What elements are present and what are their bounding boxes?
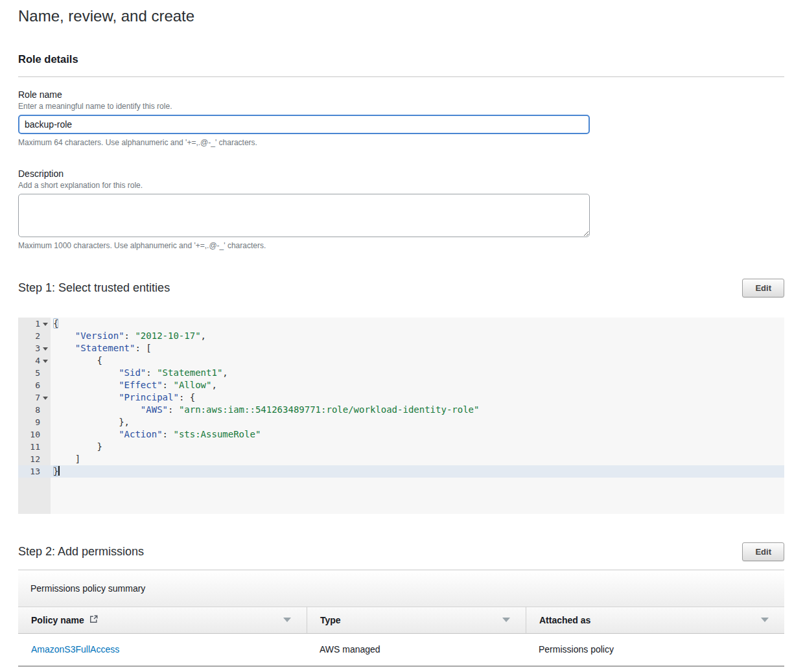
code-line[interactable]: "Sid": "Statement1", (51, 367, 784, 379)
table-row: AmazonS3FullAccess AWS managed Permissio… (18, 634, 784, 667)
description-hint: Add a short explanation for this role. (18, 181, 784, 190)
step1-header: Step 1: Select trusted entities Edit (18, 279, 784, 297)
fold-arrow-icon[interactable] (43, 347, 48, 351)
fold-arrow-icon[interactable] (43, 360, 48, 363)
step1-heading: Step 1: Select trusted entities (18, 281, 170, 295)
gutter-line: 1 (18, 318, 51, 330)
permissions-panel-title: Permissions policy summary (18, 570, 784, 607)
role-name-input[interactable] (18, 115, 590, 134)
column-header-attached-as[interactable]: Attached as (526, 607, 784, 633)
gutter-line: 5 (18, 367, 51, 379)
code-line[interactable]: { (51, 354, 784, 367)
role-name-hint: Enter a meaningful name to identify this… (18, 102, 784, 111)
gutter-line: 13 (18, 465, 51, 478)
role-name-label: Role name (18, 89, 784, 100)
code-line[interactable]: } (51, 441, 784, 453)
gutter-line: 2 (18, 330, 51, 342)
type-sort-icon[interactable] (502, 618, 510, 622)
gutter-line: 11 (18, 441, 51, 453)
editor-code-area[interactable]: { "Version": "2012-10-17", "Statement": … (51, 318, 784, 514)
code-line[interactable]: "Statement": [ (51, 342, 784, 354)
code-line[interactable]: } (51, 465, 784, 478)
column-header-policy-name[interactable]: Policy name (18, 607, 307, 633)
description-textarea[interactable] (18, 194, 590, 237)
code-line[interactable]: "AWS": "arn:aws:iam::541263489771:role/w… (51, 404, 784, 416)
role-details-heading: Role details (18, 53, 784, 65)
code-line[interactable]: { (51, 318, 784, 330)
attached-as-cell: Permissions policy (526, 644, 784, 655)
description-field: Description Add a short explanation for … (18, 168, 784, 250)
attached-as-sort-icon[interactable] (761, 618, 769, 622)
trust-policy-editor[interactable]: 12345678910111213 { "Version": "2012-10-… (18, 318, 784, 514)
role-name-constraint: Maximum 64 characters. Use alphanumeric … (18, 138, 784, 147)
page-title: Name, review, and create (18, 7, 784, 25)
gutter-line: 9 (18, 416, 51, 428)
description-label: Description (18, 168, 784, 179)
column-header-type[interactable]: Type (307, 607, 526, 633)
section-divider (18, 76, 784, 77)
editor-gutter: 12345678910111213 (18, 318, 51, 514)
edit-trusted-entities-button[interactable]: Edit (742, 279, 784, 297)
permissions-summary-panel: Permissions policy summary Policy name T… (18, 570, 784, 667)
gutter-line: 6 (18, 379, 51, 391)
gutter-line: 12 (18, 453, 51, 465)
code-line[interactable]: "Action": "sts:AssumeRole" (51, 428, 784, 441)
gutter-line: 3 (18, 342, 51, 354)
policy-name-sort-icon[interactable] (283, 618, 291, 622)
gutter-line: 4 (18, 354, 51, 367)
policy-name-link[interactable]: AmazonS3FullAccess (18, 644, 307, 655)
gutter-line: 7 (18, 391, 51, 404)
step2-header: Step 2: Add permissions Edit (18, 542, 784, 561)
name-review-create-page: Name, review, and create Role details Ro… (0, 7, 805, 667)
code-line[interactable]: "Effect": "Allow", (51, 379, 784, 391)
external-link-icon (89, 614, 98, 626)
fold-arrow-icon[interactable] (43, 397, 48, 400)
gutter-line: 10 (18, 428, 51, 441)
fold-arrow-icon[interactable] (43, 323, 48, 326)
permissions-table-header: Policy name Type Attached as (18, 607, 784, 634)
description-constraint: Maximum 1000 characters. Use alphanumeri… (18, 241, 784, 250)
edit-permissions-button[interactable]: Edit (742, 542, 784, 561)
code-line[interactable]: "Version": "2012-10-17", (51, 330, 784, 342)
code-line[interactable]: ] (51, 453, 784, 465)
gutter-line: 8 (18, 404, 51, 416)
policy-type-cell: AWS managed (307, 644, 526, 655)
text-cursor (58, 466, 60, 476)
role-name-field: Role name Enter a meaningful name to ide… (18, 89, 784, 147)
code-line[interactable]: "Principal": { (51, 391, 784, 404)
step2-heading: Step 2: Add permissions (18, 545, 144, 559)
code-line[interactable]: }, (51, 416, 784, 428)
